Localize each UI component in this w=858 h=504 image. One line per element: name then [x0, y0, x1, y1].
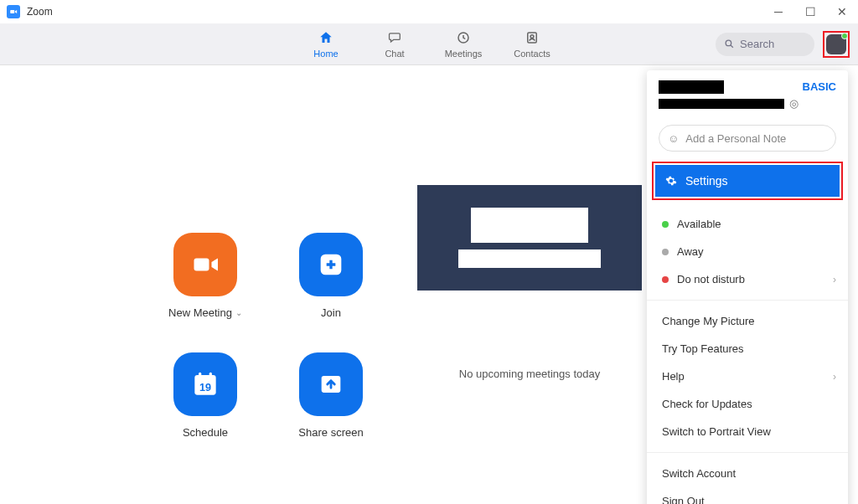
right-panel-header — [417, 185, 642, 291]
personal-note-input[interactable]: ☺ Add a Personal Note — [659, 125, 836, 152]
plus-icon — [318, 251, 344, 278]
tab-contacts-label: Contacts — [514, 49, 550, 59]
chat-icon — [387, 29, 402, 46]
schedule-button[interactable]: 19 — [173, 352, 237, 416]
search-icon — [724, 39, 735, 49]
new-meeting-label: New Meeting — [168, 306, 232, 319]
maximize-button[interactable]: ☐ — [794, 0, 826, 23]
svg-point-4 — [726, 40, 731, 46]
quick-actions: New Meeting ⌄ Join — [0, 65, 419, 504]
tab-home[interactable]: Home — [302, 29, 349, 59]
main-content: New Meeting ⌄ Join — [0, 65, 858, 504]
nav-tabs: Home Chat Meetings Contacts — [302, 29, 556, 59]
search-input[interactable]: Search — [716, 33, 814, 56]
tab-meetings-label: Meetings — [445, 49, 483, 59]
status-available[interactable]: Available — [647, 210, 848, 238]
redacted-email — [659, 99, 784, 109]
join-button[interactable] — [299, 233, 363, 296]
svg-rect-0 — [10, 10, 14, 13]
minimize-button[interactable]: ─ — [762, 0, 794, 23]
action-share-screen: Share screen — [285, 352, 377, 439]
personal-note-placeholder: Add a Personal Note — [685, 132, 786, 145]
status-dnd-label: Do not disturb — [677, 273, 745, 285]
profile-header: ◎ BASIC — [647, 70, 848, 118]
menu-try-features-label: Try Top Features — [662, 342, 744, 355]
home-icon — [318, 29, 333, 46]
smiley-icon: ☺ — [668, 132, 679, 145]
share-screen-button[interactable] — [299, 352, 363, 416]
svg-text:19: 19 — [199, 382, 211, 393]
search-placeholder: Search — [740, 38, 774, 50]
window-controls: ─ ☐ ✕ — [762, 0, 858, 23]
dnd-status-icon — [662, 276, 669, 283]
action-join: Join — [285, 233, 377, 319]
redacted-block — [458, 249, 601, 268]
menu-switch-account-label: Switch Account — [662, 467, 736, 480]
status-dnd[interactable]: Do not disturb › — [647, 265, 848, 293]
close-button[interactable]: ✕ — [826, 0, 858, 23]
menu-change-picture[interactable]: Change My Picture — [647, 307, 848, 335]
clock-icon — [456, 29, 471, 46]
join-label: Join — [321, 306, 341, 319]
action-schedule: 19 Schedule — [159, 352, 251, 439]
menu-check-updates[interactable]: Check for Updates — [647, 390, 848, 418]
svg-rect-10 — [209, 373, 212, 378]
menu-try-features[interactable]: Try Top Features — [647, 335, 848, 363]
available-status-icon — [662, 221, 669, 228]
menu-switch-portrait-label: Switch to Portrait View — [662, 425, 771, 438]
chevron-right-icon: › — [833, 371, 836, 383]
share-icon — [317, 370, 345, 399]
svg-rect-5 — [194, 259, 209, 271]
svg-rect-9 — [199, 373, 201, 378]
status-dot-icon — [841, 33, 848, 39]
menu-switch-portrait[interactable]: Switch to Portrait View — [647, 418, 848, 445]
toolbar: Home Chat Meetings Contacts Search — [0, 23, 858, 65]
menu-help-label: Help — [662, 370, 685, 383]
tab-chat[interactable]: Chat — [371, 29, 418, 59]
video-icon — [190, 249, 220, 280]
calendar-icon: 19 — [189, 368, 221, 400]
chevron-right-icon: › — [833, 274, 836, 285]
status-away[interactable]: Away — [647, 238, 848, 265]
menu-help[interactable]: Help › — [647, 363, 848, 390]
status-available-label: Available — [677, 218, 721, 230]
redacted-block — [471, 208, 588, 243]
toolbar-right: Search — [716, 31, 850, 58]
menu-switch-account[interactable]: Switch Account — [647, 460, 848, 487]
profile-dropdown: ◎ BASIC ☺ Add a Personal Note Settings A… — [647, 70, 848, 504]
tab-contacts[interactable]: Contacts — [509, 29, 556, 59]
divider — [647, 300, 848, 301]
zoom-app-icon — [7, 5, 20, 18]
menu-change-picture-label: Change My Picture — [662, 315, 755, 327]
chevron-down-icon[interactable]: ⌄ — [235, 308, 242, 317]
titlebar: Zoom ─ ☐ ✕ — [0, 0, 858, 23]
tab-chat-label: Chat — [385, 49, 404, 59]
gear-icon — [665, 175, 677, 187]
menu-check-updates-label: Check for Updates — [662, 398, 752, 410]
menu-sign-out-label: Sign Out — [662, 495, 705, 504]
tab-home-label: Home — [313, 49, 338, 59]
no-upcoming-text: No upcoming meetings today — [417, 368, 642, 380]
eye-icon[interactable]: ◎ — [789, 97, 799, 110]
app-title: Zoom — [27, 6, 53, 18]
settings-item[interactable]: Settings — [655, 165, 840, 197]
status-away-label: Away — [677, 245, 704, 258]
away-status-icon — [662, 249, 669, 255]
profile-avatar[interactable] — [826, 34, 846, 54]
account-badge: BASIC — [803, 80, 836, 93]
settings-label: Settings — [685, 174, 728, 188]
redacted-name — [659, 80, 724, 94]
svg-point-3 — [530, 35, 534, 39]
schedule-label: Schedule — [183, 426, 228, 439]
contacts-icon — [525, 29, 540, 46]
action-new-meeting: New Meeting ⌄ — [159, 233, 251, 319]
right-panel: No upcoming meetings today — [417, 185, 642, 504]
share-screen-label: Share screen — [298, 426, 363, 439]
new-meeting-button[interactable] — [173, 233, 237, 296]
avatar-highlight — [823, 31, 850, 58]
tab-meetings[interactable]: Meetings — [440, 29, 487, 59]
menu-sign-out[interactable]: Sign Out — [647, 487, 848, 504]
divider — [647, 452, 848, 453]
settings-highlight: Settings — [652, 162, 843, 200]
